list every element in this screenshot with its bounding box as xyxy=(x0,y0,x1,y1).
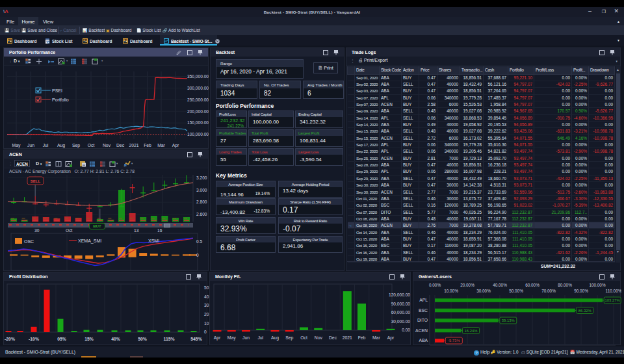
svg-text:20: 20 xyxy=(204,312,209,317)
svg-text:90.00%: 90.00% xyxy=(574,289,588,293)
svg-text:Jul: Jul xyxy=(257,335,263,340)
svg-text:Sep: Sep xyxy=(285,335,293,341)
svg-text:Aug: Aug xyxy=(57,143,65,148)
svg-text:Nov: Nov xyxy=(103,143,111,148)
svg-text:50%: 50% xyxy=(138,337,147,341)
svg-text:80.00%: 80.00% xyxy=(558,283,572,287)
svg-text:APL: APL xyxy=(419,298,428,302)
svg-text:2.600: 2.600 xyxy=(196,212,207,216)
svg-text:50.00%: 50.00% xyxy=(509,289,523,293)
svg-text:SELL: SELL xyxy=(31,179,41,183)
svg-text:Oct: Oct xyxy=(300,335,307,340)
svg-text:100.00%: 100.00% xyxy=(589,283,606,287)
svg-text:Jun: Jun xyxy=(242,335,250,340)
svg-text:30,000.00: 30,000.00 xyxy=(391,319,411,324)
svg-text:XEMA_SMI: XEMA_SMI xyxy=(78,239,101,244)
svg-text:Apr: Apr xyxy=(387,335,395,341)
svg-text:20.00%: 20.00% xyxy=(460,283,474,287)
svg-text:120,000.00: 120,000.00 xyxy=(389,292,410,297)
svg-text:Dec: Dec xyxy=(329,335,337,340)
svg-text:DITO: DITO xyxy=(417,318,428,322)
svg-text:Apr: Apr xyxy=(214,335,221,341)
svg-text:Portfolio: Portfolio xyxy=(52,98,69,102)
svg-text:100,000.00: 100,000.00 xyxy=(187,132,209,136)
svg-text:Jun: Jun xyxy=(27,143,34,148)
svg-text:15%: 15% xyxy=(84,337,94,341)
svg-text:3.200: 3.200 xyxy=(196,176,207,180)
svg-text:Sep: Sep xyxy=(72,143,80,148)
svg-text:300,000.00: 300,000.00 xyxy=(187,86,209,90)
svg-text:200,000.00: 200,000.00 xyxy=(187,109,209,114)
svg-text:Oct: Oct xyxy=(88,143,95,148)
svg-text:30: 30 xyxy=(204,303,209,307)
svg-text:39.13%: 39.13% xyxy=(502,318,515,322)
svg-text:Apr: Apr xyxy=(172,143,179,148)
svg-text:10: 10 xyxy=(204,321,209,326)
svg-text:10.00%: 10.00% xyxy=(444,289,458,293)
svg-text:110.00%: 110.00% xyxy=(606,289,621,293)
svg-text:-5.73%: -5.73% xyxy=(448,339,460,343)
svg-text:545%: 545% xyxy=(190,337,202,341)
svg-text:0: 0 xyxy=(196,253,199,257)
svg-text:ACEN: ACEN xyxy=(415,328,428,333)
svg-text:0: 0 xyxy=(204,330,207,334)
svg-text:40%: 40% xyxy=(111,337,120,341)
svg-text:250,000.00: 250,000.00 xyxy=(187,98,209,102)
svg-text:2.800: 2.800 xyxy=(196,200,207,204)
svg-text:Aug: Aug xyxy=(271,335,279,341)
svg-text:BSC: BSC xyxy=(419,308,428,313)
svg-text:150,000.00: 150,000.00 xyxy=(187,120,209,125)
svg-text:86.32%: 86.32% xyxy=(578,309,592,313)
svg-text:-10%: -10% xyxy=(29,337,39,341)
svg-text:XSMI: XSMI xyxy=(148,239,159,243)
svg-text:May: May xyxy=(228,335,236,341)
svg-text:-20%: -20% xyxy=(5,337,15,341)
svg-text:May: May xyxy=(12,143,21,148)
svg-text:Mar: Mar xyxy=(157,143,165,148)
svg-text:3.000: 3.000 xyxy=(196,188,207,192)
svg-text:OSC: OSC xyxy=(24,239,34,244)
svg-text:2021: 2021 xyxy=(343,335,352,340)
svg-text:103.27%: 103.27% xyxy=(605,298,621,302)
svg-text:16.24%: 16.24% xyxy=(465,329,478,333)
svg-text:60,000.00: 60,000.00 xyxy=(391,310,411,315)
svg-text:Dec: Dec xyxy=(116,143,125,148)
svg-text:Mar: Mar xyxy=(372,335,380,340)
svg-text:05%: 05% xyxy=(57,337,66,341)
svg-text:350,000.00: 350,000.00 xyxy=(187,74,209,79)
svg-text:Nov: Nov xyxy=(315,335,323,340)
svg-text:0.5: 0.5 xyxy=(196,239,202,244)
svg-text:60.00%: 60.00% xyxy=(525,283,540,287)
svg-text:PSEI: PSEI xyxy=(52,88,62,93)
svg-text:ABA: ABA xyxy=(419,338,428,343)
svg-text:40.00%: 40.00% xyxy=(493,283,507,287)
svg-text:40: 40 xyxy=(204,294,209,299)
svg-text:30.00%: 30.00% xyxy=(476,289,491,293)
svg-text:115%: 115% xyxy=(163,337,174,341)
svg-text:Feb: Feb xyxy=(358,335,366,340)
svg-text:0.00: 0.00 xyxy=(402,328,410,332)
svg-text:0.00%: 0.00% xyxy=(429,283,441,287)
svg-text:90,000.00: 90,000.00 xyxy=(391,302,411,306)
svg-text:Feb: Feb xyxy=(144,143,151,148)
svg-text:2021: 2021 xyxy=(129,143,138,148)
svg-text:70.00%: 70.00% xyxy=(541,289,556,293)
svg-text:50: 50 xyxy=(204,285,209,290)
svg-text:Jul: Jul xyxy=(43,143,49,148)
